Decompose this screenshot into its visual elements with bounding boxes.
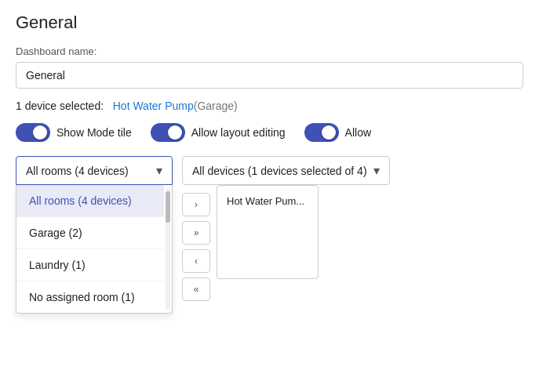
toggle-track-3 xyxy=(304,123,339,142)
toggle-thumb-2 xyxy=(168,125,182,140)
toggles-row: Show Mode tile Allow layout editing Allo… xyxy=(16,123,523,142)
toggle-thumb-1 xyxy=(33,125,47,140)
selected-devices-list: Hot Water Pum... xyxy=(217,185,319,279)
devices-dropdown-value: All devices (1 devices selected of 4) xyxy=(192,165,367,177)
rooms-dropdown-menu-inner: All rooms (4 devices) Garage (2) Laundry… xyxy=(16,185,172,313)
toggle-show-mode-tile: Show Mode tile xyxy=(16,123,132,142)
dropdowns-row: All rooms (4 devices) ▾ All rooms (4 dev… xyxy=(16,156,523,301)
move-right-all-button[interactable]: » xyxy=(182,221,210,245)
toggle-track-1 xyxy=(16,123,50,142)
page-title: General xyxy=(16,13,523,33)
device-link[interactable]: Hot Water Pump xyxy=(113,100,194,112)
toggle-allow-layout-editing: Allow layout editing xyxy=(151,123,286,142)
toggle-allow-layout-editing-label: Allow layout editing xyxy=(191,126,286,139)
move-left-all-button[interactable]: « xyxy=(182,278,210,301)
toggle-track-2 xyxy=(151,123,185,142)
move-right-one-button[interactable]: › xyxy=(182,193,210,216)
rooms-dropdown-wrapper: All rooms (4 devices) ▾ All rooms (4 dev… xyxy=(16,156,173,185)
toggle-thumb-3 xyxy=(322,125,336,140)
rooms-dropdown-item-all[interactable]: All rooms (4 devices) xyxy=(16,185,164,217)
toggle-show-mode-tile-label: Show Mode tile xyxy=(56,126,132,139)
dashboard-name-label: Dashboard name: xyxy=(16,45,523,57)
rooms-dropdown-item-garage[interactable]: Garage (2) xyxy=(16,217,164,249)
devices-area: All devices (1 devices selected of 4) ▾ … xyxy=(182,156,390,301)
rooms-dropdown-item-laundry[interactable]: Laundry (1) xyxy=(16,249,164,281)
rooms-dropdown[interactable]: All rooms (4 devices) ▾ xyxy=(16,156,173,185)
transfer-buttons: › » ‹ « xyxy=(182,193,210,301)
rooms-dropdown-value: All rooms (4 devices) xyxy=(26,165,129,177)
toggle-show-mode-tile-switch[interactable] xyxy=(16,123,50,142)
device-location: (Garage) xyxy=(194,100,238,112)
toggle-allow-switch[interactable] xyxy=(304,123,339,142)
toggle-allow-label: Allow xyxy=(345,126,371,139)
move-left-one-button[interactable]: ‹ xyxy=(182,249,210,273)
devices-panel: › » ‹ « Hot Water Pum... xyxy=(182,185,390,301)
devices-dropdown[interactable]: All devices (1 devices selected of 4) ▾ xyxy=(182,156,390,185)
rooms-dropdown-item-no-assigned[interactable]: No assigned room (1) xyxy=(16,281,164,313)
rooms-dropdown-scrollbar-thumb xyxy=(166,191,170,223)
devices-dropdown-chevron-icon: ▾ xyxy=(373,163,380,178)
rooms-dropdown-scrollbar[interactable] xyxy=(166,188,170,310)
rooms-dropdown-list: All rooms (4 devices) Garage (2) Laundry… xyxy=(16,185,164,313)
toggle-allow-layout-editing-switch[interactable] xyxy=(151,123,185,142)
settings-page: General Dashboard name: 1 device selecte… xyxy=(0,0,539,314)
device-selected-prefix: 1 device selected: xyxy=(16,100,104,112)
toggle-allow: Allow xyxy=(304,123,371,142)
rooms-dropdown-menu: All rooms (4 devices) Garage (2) Laundry… xyxy=(16,185,173,314)
rooms-dropdown-chevron-icon: ▾ xyxy=(156,163,162,178)
device-selected-row: 1 device selected: Hot Water Pump(Garage… xyxy=(16,100,523,112)
dashboard-name-input[interactable] xyxy=(16,62,523,89)
selected-device-item[interactable]: Hot Water Pum... xyxy=(217,191,318,212)
